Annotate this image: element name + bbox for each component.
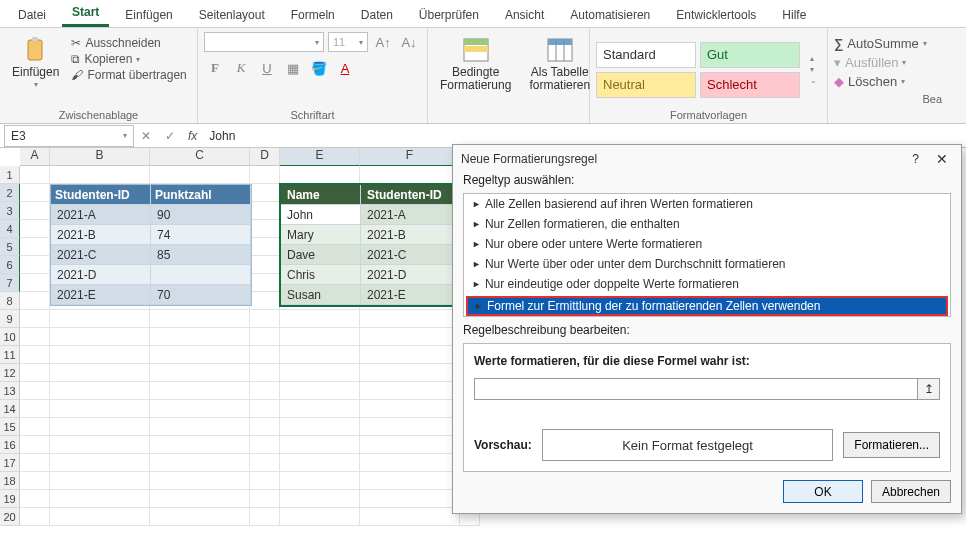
help-button[interactable]: ? (912, 152, 919, 166)
cell-student-id[interactable]: 2021-E (51, 285, 151, 305)
row-header-5[interactable]: 5 (0, 238, 20, 256)
tab-insert[interactable]: Einfügen (115, 2, 182, 27)
gallery-scroll[interactable]: ▴▾⌄ (810, 54, 817, 85)
fill-button[interactable]: ▾Ausfüllen▾ (834, 53, 942, 72)
cell-score[interactable]: 85 (151, 245, 251, 265)
fx-icon[interactable]: fx (182, 129, 203, 143)
format-painter-button[interactable]: 🖌Format übertragen (71, 68, 186, 82)
cell-student-id2[interactable]: 2021-D (361, 265, 461, 285)
cell-student-id[interactable]: 2021-D (51, 265, 151, 285)
cell-name[interactable]: John (281, 205, 361, 225)
font-name-combo[interactable]: ▾ (204, 32, 324, 52)
cell-name[interactable]: Mary (281, 225, 361, 245)
autosum-button[interactable]: ∑AutoSumme▾ (834, 34, 942, 53)
copy-button[interactable]: ⧉Kopieren▾ (71, 52, 186, 66)
cancel-entry-icon[interactable]: ✕ (134, 129, 158, 143)
border-button[interactable]: ▦ (282, 58, 304, 78)
col-header-C[interactable]: C (150, 148, 250, 166)
style-standard[interactable]: Standard (596, 42, 696, 68)
row-header-13[interactable]: 13 (0, 382, 20, 400)
row-header-6[interactable]: 6 (0, 256, 20, 274)
font-size-combo[interactable]: 11▾ (328, 32, 368, 52)
cell-score[interactable]: 74 (151, 225, 251, 245)
cell-student-id2[interactable]: 2021-B (361, 225, 461, 245)
tab-file[interactable]: Datei (8, 2, 56, 27)
rule-type-list[interactable]: ►Alle Zellen basierend auf ihren Werten … (463, 193, 951, 317)
rule-option-3[interactable]: ►Nur Werte über oder unter dem Durchschn… (464, 254, 950, 274)
confirm-entry-icon[interactable]: ✓ (158, 129, 182, 143)
rule-option-2[interactable]: ►Nur obere oder untere Werte formatieren (464, 234, 950, 254)
ok-button[interactable]: OK (783, 480, 863, 503)
clear-button[interactable]: ◆Löschen▾ (834, 72, 942, 91)
decrease-font-icon[interactable]: A↓ (398, 32, 420, 52)
formula-field[interactable] (475, 379, 917, 399)
tab-formulas[interactable]: Formeln (281, 2, 345, 27)
row-header-2[interactable]: 2 (0, 184, 20, 202)
cell-student-id2[interactable]: 2021-E (361, 285, 461, 305)
col-header-F[interactable]: F (360, 148, 460, 166)
rule-option-5[interactable]: ►Formel zur Ermittlung der zu formatiere… (466, 296, 948, 316)
tab-automate[interactable]: Automatisieren (560, 2, 660, 27)
col-header-B[interactable]: B (50, 148, 150, 166)
formula-input[interactable]: John (203, 129, 966, 143)
col-header-D[interactable]: D (250, 148, 280, 166)
close-icon[interactable]: ✕ (931, 151, 953, 167)
paste-button[interactable]: Einfügen ▾ (6, 32, 65, 94)
cell-score[interactable]: 90 (151, 205, 251, 225)
cell-student-id[interactable]: 2021-C (51, 245, 151, 265)
row-header-10[interactable]: 10 (0, 328, 20, 346)
cell-name[interactable]: Susan (281, 285, 361, 305)
rule-option-4[interactable]: ►Nur eindeutige oder doppelte Werte form… (464, 274, 950, 294)
tab-start[interactable]: Start (62, 0, 109, 27)
col-header-E[interactable]: E (280, 148, 360, 166)
tab-dev[interactable]: Entwicklertools (666, 2, 766, 27)
row-header-12[interactable]: 12 (0, 364, 20, 382)
formula-input-box[interactable]: ↥ (474, 378, 940, 400)
tab-help[interactable]: Hilfe (772, 2, 816, 27)
col-header-A[interactable]: A (20, 148, 50, 166)
name-box[interactable]: E3▾ (4, 125, 134, 147)
bold-button[interactable]: F (204, 58, 226, 78)
style-gut[interactable]: Gut (700, 42, 800, 68)
row-header-14[interactable]: 14 (0, 400, 20, 418)
row-header-4[interactable]: 4 (0, 220, 20, 238)
cell-student-id2[interactable]: 2021-A (361, 205, 461, 225)
increase-font-icon[interactable]: A↑ (372, 32, 394, 52)
row-header-18[interactable]: 18 (0, 472, 20, 490)
cell-score[interactable]: 70 (151, 285, 251, 305)
italic-button[interactable]: K (230, 58, 252, 78)
cell-student-id2[interactable]: 2021-C (361, 245, 461, 265)
cell-name[interactable]: Chris (281, 265, 361, 285)
font-color-button[interactable]: A (334, 58, 356, 78)
cell-student-id[interactable]: 2021-A (51, 205, 151, 225)
row-header-17[interactable]: 17 (0, 454, 20, 472)
tab-layout[interactable]: Seitenlayout (189, 2, 275, 27)
row-header-9[interactable]: 9 (0, 310, 20, 328)
style-neutral[interactable]: Neutral (596, 72, 696, 98)
row-header-15[interactable]: 15 (0, 418, 20, 436)
row-header-7[interactable]: 7 (0, 274, 20, 292)
row-header-8[interactable]: 8 (0, 292, 20, 310)
cancel-button[interactable]: Abbrechen (871, 480, 951, 503)
conditional-formatting-button[interactable]: Bedingte Formatierung (434, 32, 517, 96)
range-picker-icon[interactable]: ↥ (917, 379, 939, 399)
cell-student-id[interactable]: 2021-B (51, 225, 151, 245)
cut-button[interactable]: ✂Ausschneiden (71, 36, 186, 50)
cell-score[interactable] (151, 265, 251, 285)
cell-name[interactable]: Dave (281, 245, 361, 265)
underline-button[interactable]: U (256, 58, 278, 78)
rule-option-0[interactable]: ►Alle Zellen basierend auf ihren Werten … (464, 194, 950, 214)
tab-view[interactable]: Ansicht (495, 2, 554, 27)
cell-styles-gallery[interactable]: Standard Gut Neutral Schlecht (596, 42, 800, 98)
row-header-3[interactable]: 3 (0, 202, 20, 220)
tab-data[interactable]: Daten (351, 2, 403, 27)
fill-color-button[interactable]: 🪣 (308, 58, 330, 78)
row-header-1[interactable]: 1 (0, 166, 20, 184)
tab-review[interactable]: Überprüfen (409, 2, 489, 27)
style-schlecht[interactable]: Schlecht (700, 72, 800, 98)
row-header-11[interactable]: 11 (0, 346, 20, 364)
row-header-20[interactable]: 20 (0, 508, 20, 526)
row-header-19[interactable]: 19 (0, 490, 20, 508)
format-button[interactable]: Formatieren... (843, 432, 940, 458)
row-header-16[interactable]: 16 (0, 436, 20, 454)
